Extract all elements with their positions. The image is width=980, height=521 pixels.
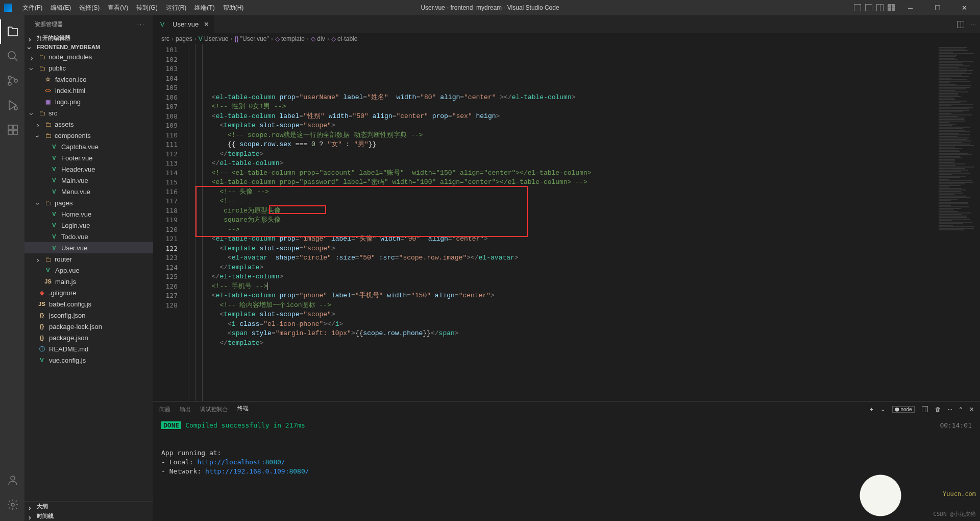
source-control-icon[interactable]	[0, 68, 24, 93]
menu-item[interactable]: 帮助(H)	[219, 2, 248, 14]
file-item[interactable]: VTodo.vue	[24, 231, 153, 242]
menu-item[interactable]: 选择(S)	[75, 2, 104, 14]
breadcrumb-item[interactable]: ◇ div	[311, 35, 325, 42]
breadcrumb-item[interactable]: {} "User.vue"	[234, 35, 268, 42]
sidebar-more-icon[interactable]: ···	[137, 21, 145, 28]
layout-icon-2[interactable]	[865, 4, 872, 11]
account-icon[interactable]	[0, 468, 24, 492]
file-item[interactable]: VHome.vue	[24, 208, 153, 220]
svg-point-9	[11, 476, 15, 480]
svg-point-3	[14, 79, 17, 82]
menu-item[interactable]: 终端(T)	[190, 2, 218, 14]
file-icon: V	[50, 155, 58, 161]
watermark-site: Yuucn.com	[943, 489, 976, 499]
menu-item[interactable]: 转到(G)	[132, 2, 161, 14]
breadcrumb-item[interactable]: V User.vue	[199, 35, 229, 42]
vscode-icon	[4, 4, 12, 12]
trash-icon[interactable]: 🗑	[935, 406, 941, 412]
file-item[interactable]: JSmain.js	[24, 276, 153, 287]
menu-item[interactable]: 查看(V)	[104, 2, 132, 14]
tab-user-vue[interactable]: V User.vue ✕	[153, 15, 215, 33]
terminal-time: 00:14:01	[940, 421, 972, 430]
terminal-body[interactable]: DONE Compiled successfully in 217ms 00:1…	[153, 417, 980, 521]
menu-item[interactable]: 编辑(E)	[46, 2, 75, 14]
file-item[interactable]: VHeader.vue	[24, 163, 153, 175]
terminal-tab[interactable]: 调试控制台	[200, 406, 228, 413]
folder-item[interactable]: 🗀router	[24, 253, 153, 265]
file-item[interactable]: VLogin.vue	[24, 220, 153, 231]
timeline-section[interactable]: 时间线	[24, 511, 153, 521]
line-gutter: 1011021031041051061071081091101111121131…	[153, 44, 188, 401]
file-icon: V	[44, 267, 52, 273]
outline-section[interactable]: 大纲	[24, 502, 153, 511]
file-item[interactable]: ◈.gitignore	[24, 287, 153, 298]
file-item[interactable]: JSbabel.config.js	[24, 298, 153, 310]
file-item[interactable]: ⓘREADME.md	[24, 343, 153, 354]
minimap[interactable]	[937, 44, 980, 401]
more-icon[interactable]: ···	[948, 406, 952, 412]
shell-badge[interactable]: ⬢ node	[892, 406, 915, 413]
chevron-up-icon[interactable]: ^	[960, 406, 962, 412]
run-debug-icon[interactable]	[0, 93, 24, 117]
svg-point-1	[8, 76, 11, 79]
code-editor[interactable]: <el-table-column prop="userName" label="…	[188, 44, 937, 401]
file-item[interactable]: {}package.json	[24, 332, 153, 343]
folder-item[interactable]: 🗀public	[24, 62, 153, 74]
file-item[interactable]: Vvue.config.js	[24, 354, 153, 366]
new-terminal-icon[interactable]: +	[870, 406, 873, 412]
close-icon[interactable]: ✕	[969, 406, 974, 413]
file-item[interactable]: {}package-lock.json	[24, 321, 153, 332]
file-item[interactable]: ▣logo.png	[24, 96, 153, 107]
extensions-icon[interactable]	[0, 117, 24, 142]
terminal-tab[interactable]: 输出	[180, 406, 191, 413]
breadcrumb-item[interactable]: ◇ el-table	[331, 35, 358, 42]
file-icon: ▣	[44, 99, 52, 105]
minimize-button[interactable]: ─	[899, 0, 922, 15]
breadcrumb-item[interactable]: ◇ template	[275, 35, 305, 42]
breadcrumb[interactable]: src›pages›V User.vue›{} "User.vue"›◇ tem…	[153, 33, 980, 44]
terminal-tab[interactable]: 终端	[237, 405, 249, 414]
chevron-down-icon[interactable]: ⌄	[880, 406, 885, 413]
file-item[interactable]: {}jsconfig.json	[24, 310, 153, 321]
maximize-button[interactable]: ☐	[926, 0, 949, 15]
file-item[interactable]: VMain.vue	[24, 175, 153, 186]
folder-item[interactable]: 🗀node_modules	[24, 51, 153, 62]
project-section[interactable]: FRONTEND_MYDREAM	[24, 43, 153, 51]
terminal-tab[interactable]: 问题	[159, 406, 170, 413]
layout-icon-1[interactable]	[854, 4, 861, 11]
breadcrumb-item[interactable]: src	[161, 35, 169, 42]
settings-icon[interactable]	[0, 492, 24, 517]
folder-item[interactable]: 🗀pages	[24, 197, 153, 208]
file-item[interactable]: VApp.vue	[24, 265, 153, 276]
file-item[interactable]: <>index.html	[24, 85, 153, 96]
file-item[interactable]: VCaptcha.vue	[24, 141, 153, 152]
split-terminal-icon[interactable]	[922, 406, 928, 412]
breadcrumb-item[interactable]: pages	[176, 35, 192, 42]
svg-point-2	[8, 82, 11, 85]
svg-rect-6	[13, 125, 17, 129]
folder-item[interactable]: 🗀src	[24, 107, 153, 119]
folder-item[interactable]: 🗀assets	[24, 119, 153, 130]
search-icon[interactable]	[0, 44, 24, 68]
file-item[interactable]: VUser.vue	[24, 242, 153, 253]
explorer-icon[interactable]	[0, 19, 24, 44]
split-editor-icon[interactable]	[957, 21, 964, 28]
file-icon: V	[50, 188, 58, 195]
svg-rect-5	[8, 125, 12, 129]
svg-rect-7	[8, 130, 12, 134]
menu-item[interactable]: 运行(R)	[162, 2, 191, 14]
menu-item[interactable]: 文件(F)	[18, 2, 46, 14]
file-icon: V	[50, 245, 58, 251]
more-icon[interactable]: ···	[970, 20, 976, 28]
file-tree: 🗀node_modules🗀public☆favicon.ico<>index.…	[24, 51, 153, 501]
folder-item[interactable]: 🗀components	[24, 130, 153, 141]
file-item[interactable]: VFooter.vue	[24, 152, 153, 163]
layout-icon-grid[interactable]	[888, 4, 895, 11]
open-editors-section[interactable]: 打开的编辑器	[24, 33, 153, 43]
file-item[interactable]: VMenu.vue	[24, 186, 153, 197]
layout-icon-split[interactable]	[876, 4, 884, 11]
close-icon[interactable]: ✕	[204, 20, 209, 28]
file-item[interactable]: ☆favicon.ico	[24, 74, 153, 85]
svg-point-4	[14, 107, 17, 110]
close-button[interactable]: ✕	[953, 0, 976, 15]
